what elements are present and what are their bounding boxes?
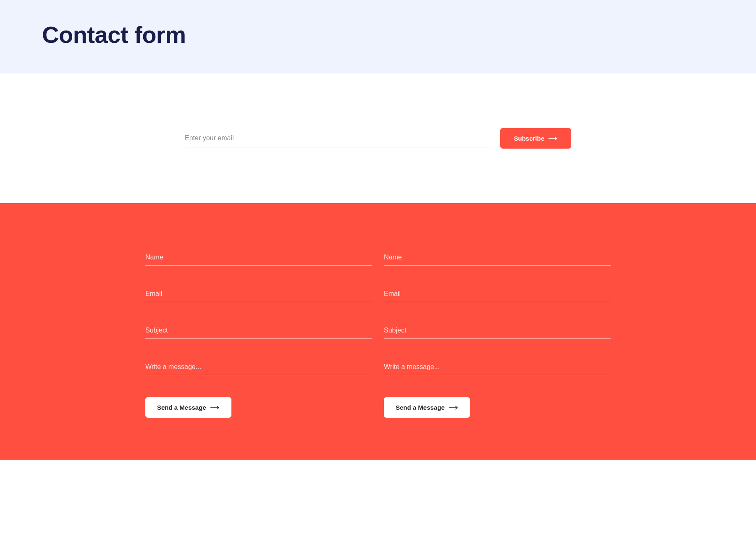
send-message-button[interactable]: Send a Message bbox=[384, 397, 470, 418]
email-input[interactable] bbox=[185, 129, 493, 147]
arrow-right-icon bbox=[549, 136, 558, 141]
send-message-button[interactable]: Send a Message bbox=[145, 397, 231, 418]
contact-form-left: Send a Message bbox=[145, 249, 372, 418]
contact-form-right: Send a Message bbox=[384, 249, 611, 418]
subject-field[interactable] bbox=[384, 322, 611, 339]
send-button-label: Send a Message bbox=[157, 404, 206, 411]
contact-section: Send a Message Send a Message bbox=[0, 203, 756, 460]
subscribe-button[interactable]: Subscribe bbox=[500, 128, 571, 149]
send-button-label: Send a Message bbox=[396, 404, 445, 411]
name-field[interactable] bbox=[145, 249, 372, 266]
page-title: Contact form bbox=[42, 21, 714, 48]
subscribe-form: Subscribe bbox=[185, 128, 571, 149]
contact-forms-container: Send a Message Send a Message bbox=[145, 249, 611, 418]
arrow-right-icon bbox=[210, 406, 220, 410]
arrow-right-icon bbox=[449, 406, 458, 410]
email-field[interactable] bbox=[145, 286, 372, 302]
subscribe-section: Subscribe bbox=[0, 73, 756, 203]
email-field[interactable] bbox=[384, 286, 611, 302]
name-field[interactable] bbox=[384, 249, 611, 266]
subscribe-button-label: Subscribe bbox=[514, 135, 544, 142]
subject-field[interactable] bbox=[145, 322, 372, 339]
message-field[interactable] bbox=[384, 359, 611, 375]
message-field[interactable] bbox=[145, 359, 372, 375]
header-section: Contact form bbox=[0, 0, 756, 73]
